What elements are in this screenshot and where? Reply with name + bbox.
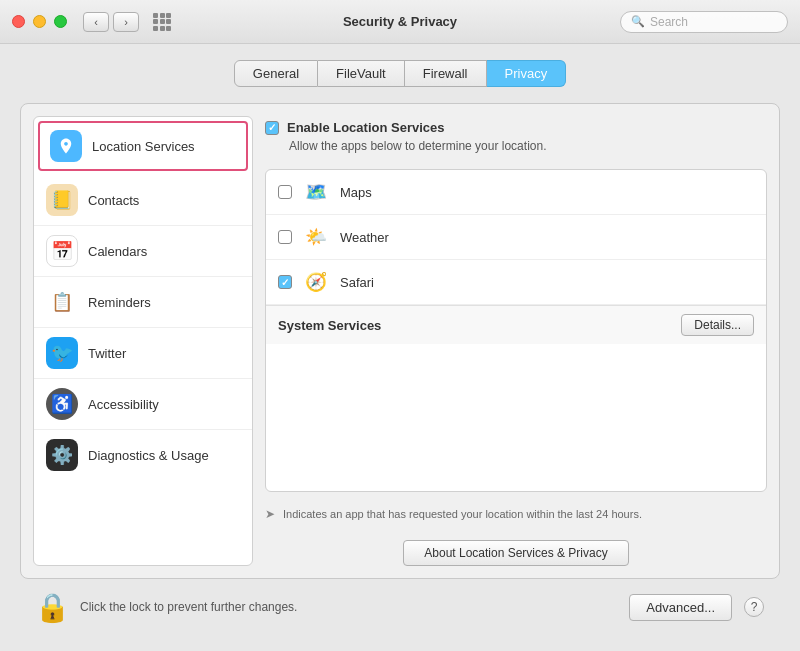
main-content: General FileVault Firewall Privacy Locat… xyxy=(0,44,800,651)
search-input[interactable] xyxy=(650,15,777,29)
sidebar-diagnostics-label: Diagnostics & Usage xyxy=(88,448,209,463)
system-services-label: System Services xyxy=(278,318,381,333)
sidebar-location-label: Location Services xyxy=(92,139,195,154)
enable-label: Enable Location Services xyxy=(287,120,445,135)
tab-filevault[interactable]: FileVault xyxy=(318,60,405,87)
sidebar-item-reminders[interactable]: 📋 Reminders xyxy=(34,277,252,328)
calendars-icon: 📅 xyxy=(46,235,78,267)
window-title: Security & Privacy xyxy=(343,14,457,29)
safari-icon: 🧭 xyxy=(302,268,330,296)
app-row-safari: ✓ 🧭 Safari xyxy=(266,260,766,305)
maximize-button[interactable] xyxy=(54,15,67,28)
safari-checkbox[interactable]: ✓ xyxy=(278,275,292,289)
checkmark-icon: ✓ xyxy=(268,122,276,133)
location-hint-icon: ➤ xyxy=(265,507,275,521)
lock-icon[interactable]: 🔒 xyxy=(36,589,68,625)
safari-label: Safari xyxy=(340,275,754,290)
sidebar-item-location-services[interactable]: Location Services xyxy=(38,121,248,171)
sidebar-accessibility-label: Accessibility xyxy=(88,397,159,412)
accessibility-icon: ♿ xyxy=(46,388,78,420)
weather-checkbox[interactable] xyxy=(278,230,292,244)
help-button[interactable]: ? xyxy=(744,597,764,617)
app-row-weather: 🌤️ Weather xyxy=(266,215,766,260)
content-area: Location Services 📒 Contacts 📅 Calendars… xyxy=(20,103,780,579)
app-row-maps: 🗺️ Maps xyxy=(266,170,766,215)
hint-text: Indicates an app that has requested your… xyxy=(283,506,642,523)
window-buttons xyxy=(12,15,67,28)
sidebar-item-twitter[interactable]: 🐦 Twitter xyxy=(34,328,252,379)
close-button[interactable] xyxy=(12,15,25,28)
weather-icon: 🌤️ xyxy=(302,223,330,251)
sidebar: Location Services 📒 Contacts 📅 Calendars… xyxy=(33,116,253,566)
enable-location-section: ✓ Enable Location Services Allow the app… xyxy=(265,116,767,159)
maps-label: Maps xyxy=(340,185,754,200)
back-button[interactable]: ‹ xyxy=(83,12,109,32)
tab-firewall[interactable]: Firewall xyxy=(405,60,487,87)
grid-button[interactable] xyxy=(147,12,177,32)
minimize-button[interactable] xyxy=(33,15,46,28)
system-services-row: System Services Details... xyxy=(266,305,766,344)
sidebar-item-accessibility[interactable]: ♿ Accessibility xyxy=(34,379,252,430)
titlebar: ‹ › Security & Privacy 🔍 xyxy=(0,0,800,44)
search-icon: 🔍 xyxy=(631,15,645,28)
safari-checkmark-icon: ✓ xyxy=(281,277,289,288)
enable-desc: Allow the apps below to determine your l… xyxy=(289,139,767,153)
about-location-button[interactable]: About Location Services & Privacy xyxy=(403,540,628,566)
weather-label: Weather xyxy=(340,230,754,245)
sidebar-item-calendars[interactable]: 📅 Calendars xyxy=(34,226,252,277)
forward-button[interactable]: › xyxy=(113,12,139,32)
tab-privacy[interactable]: Privacy xyxy=(487,60,567,87)
twitter-icon: 🐦 xyxy=(46,337,78,369)
sidebar-calendars-label: Calendars xyxy=(88,244,147,259)
apps-list: 🗺️ Maps 🌤️ Weather ✓ 🧭 Safari xyxy=(265,169,767,492)
enable-row: ✓ Enable Location Services xyxy=(265,116,767,139)
sidebar-contacts-label: Contacts xyxy=(88,193,139,208)
sidebar-item-contacts[interactable]: 📒 Contacts xyxy=(34,175,252,226)
sidebar-reminders-label: Reminders xyxy=(88,295,151,310)
diagnostics-icon: ⚙️ xyxy=(46,439,78,471)
lock-text: Click the lock to prevent further change… xyxy=(80,600,617,614)
hint-row: ➤ Indicates an app that has requested yo… xyxy=(265,502,767,527)
enable-location-checkbox[interactable]: ✓ xyxy=(265,121,279,135)
details-button[interactable]: Details... xyxy=(681,314,754,336)
location-services-icon xyxy=(50,130,82,162)
maps-icon: 🗺️ xyxy=(302,178,330,206)
advanced-button[interactable]: Advanced... xyxy=(629,594,732,621)
reminders-icon: 📋 xyxy=(46,286,78,318)
sidebar-twitter-label: Twitter xyxy=(88,346,126,361)
tab-bar: General FileVault Firewall Privacy xyxy=(20,60,780,87)
tab-general[interactable]: General xyxy=(234,60,318,87)
sidebar-item-diagnostics[interactable]: ⚙️ Diagnostics & Usage xyxy=(34,430,252,480)
nav-buttons: ‹ › xyxy=(83,12,139,32)
grid-icon xyxy=(153,13,171,31)
search-box[interactable]: 🔍 xyxy=(620,11,788,33)
right-panel: ✓ Enable Location Services Allow the app… xyxy=(265,116,767,566)
maps-checkbox[interactable] xyxy=(278,185,292,199)
contacts-icon: 📒 xyxy=(46,184,78,216)
about-btn-row: About Location Services & Privacy xyxy=(265,540,767,566)
bottom-bar: 🔒 Click the lock to prevent further chan… xyxy=(20,579,780,635)
